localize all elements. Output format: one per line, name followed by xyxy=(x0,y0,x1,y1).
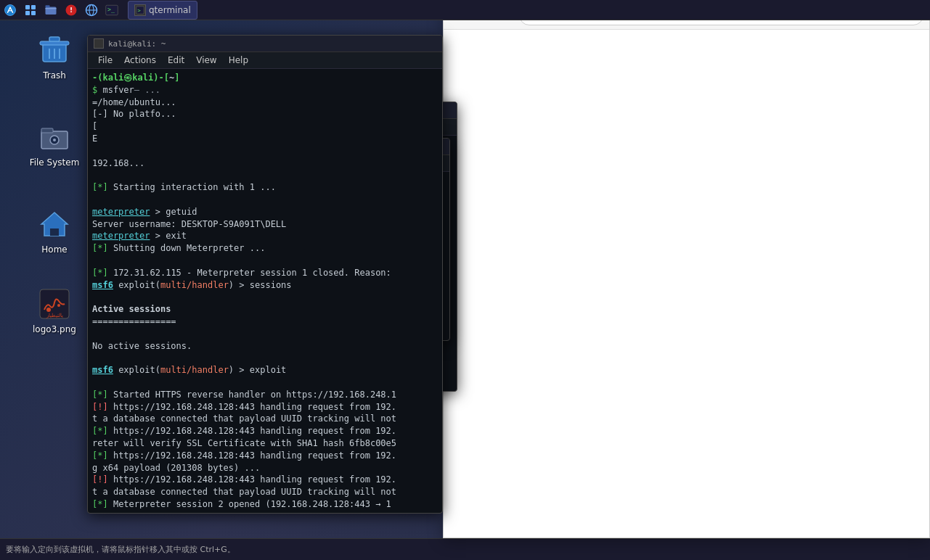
line-https-handler: [*] Started HTTPS reverse handler on htt… xyxy=(92,389,438,401)
line-session-opened: [*] Meterpreter session 2 opened (192.16… xyxy=(92,498,438,508)
line-https-req4: [!] https://192.168.248.128:443 handling… xyxy=(92,474,438,486)
svg-rect-18 xyxy=(49,37,60,41)
line-https-req3-cont: g x64 payload (201308 bytes) ... xyxy=(92,462,438,474)
line-https-req4-cont: t a database connected that payload UUID… xyxy=(92,486,438,498)
line-cmd1: $ msfver— ... xyxy=(92,84,438,96)
svg-text:>: > xyxy=(137,7,141,14)
qterminal-taskbar-btn[interactable]: > qterminal xyxy=(128,1,197,20)
line-msf-exploit: msf6 exploit(multi/handler) > exploit xyxy=(92,364,438,376)
svg-rect-5 xyxy=(46,7,57,15)
svg-rect-1 xyxy=(25,5,30,9)
line-space2 xyxy=(92,169,438,181)
home-label: Home xyxy=(41,244,67,255)
desktop-icon-home[interactable]: Home xyxy=(25,207,83,255)
red-app-icon[interactable]: ! xyxy=(63,2,79,18)
line-https-req3: [*] https://192.168.248.128:443 handling… xyxy=(92,450,438,462)
line-meterp-exit: meterpreter > exit xyxy=(92,230,438,242)
logo3-icon: يالتيطيار xyxy=(37,287,72,321)
taskbar-bottom: 要将输入定向到该虚拟机，请将鼠标指针移入其中或按 Ctrl+G。 xyxy=(0,538,930,560)
line-session-closed: [*] 172.31.62.115 - Meterpreter session … xyxy=(92,267,438,279)
line-interaction: [*] Starting interaction with 1 ... xyxy=(92,181,438,194)
line-https-req2-cont: reter will verify SSL Certificate with S… xyxy=(92,437,438,450)
desktop-icon-filesystem[interactable]: File System xyxy=(25,120,83,168)
menu-view[interactable]: View xyxy=(190,54,222,67)
bottom-hint-text: 要将输入定向到该虚拟机，请将鼠标指针移入其中或按 Ctrl+G。 xyxy=(6,544,235,555)
kali-logo-icon[interactable] xyxy=(2,2,18,18)
trash-label: Trash xyxy=(43,70,66,81)
svg-rect-27 xyxy=(50,228,59,236)
terminal-cmd-icon[interactable]: >_ xyxy=(104,2,120,18)
line-https-req1: [!] https://192.168.248.128:443 handling… xyxy=(92,401,438,413)
desktop-icon-trash[interactable]: Trash xyxy=(25,33,83,81)
terminal-content-main: -(kali㉿kali)-[~] $ msfver— ... =/home/ub… xyxy=(88,69,442,508)
filesystem-label: File System xyxy=(30,157,80,168)
svg-rect-2 xyxy=(31,5,36,9)
svg-rect-3 xyxy=(25,11,30,15)
line-meterp-getuid: meterpreter > getuid xyxy=(92,206,438,218)
line-out3: [ xyxy=(92,120,438,133)
svg-text:>_: >_ xyxy=(107,6,115,13)
desktop: ! >_ > xyxy=(0,0,930,560)
taskbar-apps-icon[interactable] xyxy=(23,2,38,18)
line-out4: E xyxy=(92,133,438,145)
browser-content xyxy=(444,30,929,538)
terminal-title-text: kali@kali: ~ xyxy=(108,39,166,49)
line-no-sessions: No active sessions. xyxy=(92,340,438,353)
terminal-menubar-main: File Actions Edit View Help xyxy=(88,52,442,69)
home-icon xyxy=(37,207,72,242)
qterminal-icon: > xyxy=(134,4,146,16)
menu-help[interactable]: Help xyxy=(223,54,254,67)
taskbar-top: ! >_ > xyxy=(0,0,930,20)
line-out2: [-] No platfo... xyxy=(92,108,438,120)
menu-file[interactable]: File xyxy=(92,54,118,67)
svg-rect-23 xyxy=(41,128,53,133)
terminal-window-main: kali@kali: ~ File Actions Edit View Help… xyxy=(87,35,443,514)
file-manager-taskbar-icon[interactable] xyxy=(43,2,59,18)
line-server-user: Server username: DESKTOP-S9A091T\DELL xyxy=(92,218,438,231)
line-space6 xyxy=(92,328,438,340)
svg-rect-6 xyxy=(46,5,50,7)
line-https-req1-cont: t a database connected that payload UUID… xyxy=(92,413,438,425)
line-space8 xyxy=(92,376,438,389)
line-space4 xyxy=(92,255,438,267)
svg-text:يالتيطيار: يالتيطيار xyxy=(46,313,63,318)
line-msf-sessions: msf6 exploit(multi/handler) > sessions xyxy=(92,279,438,292)
browser-window: ← → ↻ ⓘ localhost:8080/TomcatEcho_war_ex… xyxy=(443,0,930,538)
line-shutting-down: [*] Shutting down Meterpreter ... xyxy=(92,242,438,255)
terminal-title-icon xyxy=(94,38,104,49)
svg-point-30 xyxy=(57,304,60,307)
line-space5 xyxy=(92,291,438,303)
line-space1 xyxy=(92,145,438,157)
line-active-sessions-hdr: Active sessions xyxy=(92,303,438,316)
browser-taskbar-icon[interactable] xyxy=(83,2,99,18)
line-https-req2: [*] https://192.168.248.128:443 handling… xyxy=(92,425,438,437)
desktop-icon-logo3[interactable]: يالتيطيار logo3.png xyxy=(25,287,83,334)
menu-actions[interactable]: Actions xyxy=(118,54,162,67)
svg-point-29 xyxy=(46,308,51,312)
terminal-titlebar-main[interactable]: kali@kali: ~ xyxy=(88,36,442,52)
line-space3 xyxy=(92,194,438,206)
line-ip: 192.168... xyxy=(92,157,438,170)
filesystem-icon xyxy=(37,120,72,155)
trash-icon xyxy=(37,33,72,67)
line-prompt: -(kali㉿kali)-[~] xyxy=(92,72,438,84)
svg-text:!: ! xyxy=(70,7,73,14)
line-separator: ================ xyxy=(92,316,438,328)
qterminal-label: qterminal xyxy=(149,5,191,15)
line-space7 xyxy=(92,352,438,364)
menu-edit[interactable]: Edit xyxy=(162,54,190,67)
svg-rect-4 xyxy=(31,11,36,15)
logo3-label: logo3.png xyxy=(33,324,76,334)
svg-point-25 xyxy=(53,139,56,141)
line-out1: =/home/ubuntu... xyxy=(92,96,438,109)
